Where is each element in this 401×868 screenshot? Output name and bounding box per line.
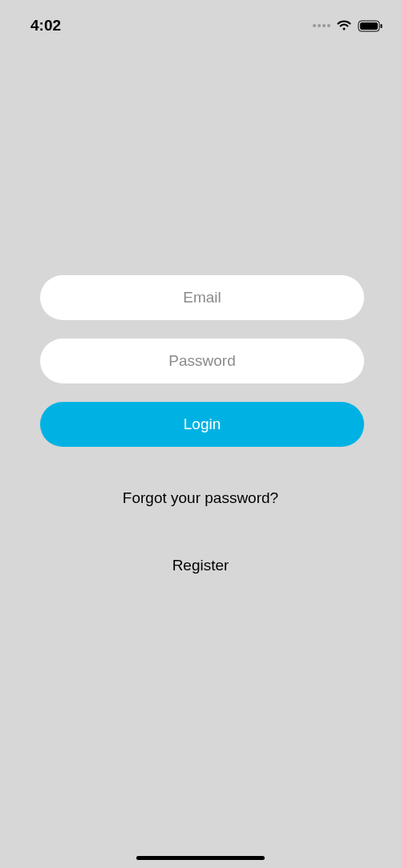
login-form: Login Forgot your password? Register xyxy=(0,275,401,574)
register-link[interactable]: Register xyxy=(40,557,361,574)
password-input[interactable] xyxy=(40,339,364,383)
forgot-password-link[interactable]: Forgot your password? xyxy=(40,489,361,507)
svg-rect-2 xyxy=(381,24,383,28)
wifi-icon xyxy=(336,19,352,32)
home-indicator[interactable] xyxy=(136,856,265,860)
email-input[interactable] xyxy=(40,275,364,320)
status-time: 4:02 xyxy=(30,17,61,34)
battery-icon xyxy=(358,20,383,32)
login-button[interactable]: Login xyxy=(40,402,364,447)
cellular-signal-icon xyxy=(313,24,330,27)
status-bar: 4:02 xyxy=(0,0,401,40)
svg-rect-1 xyxy=(360,22,378,30)
status-icons xyxy=(313,19,383,32)
